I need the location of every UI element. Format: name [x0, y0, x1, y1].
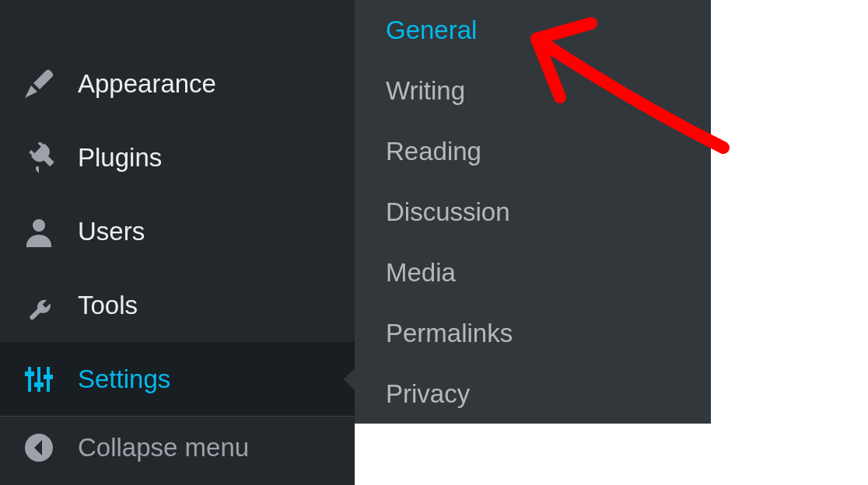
- sidebar-item-label: Settings: [78, 365, 170, 394]
- submenu-item-label: Privacy: [386, 379, 470, 409]
- svg-rect-6: [44, 375, 53, 379]
- sidebar-item-tools[interactable]: Tools: [0, 268, 355, 342]
- submenu-item-label: Discussion: [386, 197, 510, 227]
- sidebar-item-label: Tools: [78, 291, 138, 320]
- wrench-icon: [23, 290, 54, 321]
- svg-rect-1: [28, 367, 31, 392]
- svg-rect-5: [34, 382, 44, 387]
- sidebar-item-label: Plugins: [78, 143, 162, 173]
- submenu-item-media[interactable]: Media: [355, 242, 711, 303]
- collapse-menu-button[interactable]: Collapse menu: [0, 416, 355, 478]
- sidebar-item-settings[interactable]: Settings: [0, 342, 355, 416]
- svg-rect-2: [37, 367, 40, 392]
- submenu-item-privacy[interactable]: Privacy: [355, 364, 711, 424]
- settings-submenu: General Writing Reading Discussion Media…: [355, 0, 711, 424]
- collapse-icon: [23, 432, 54, 463]
- submenu-item-permalinks[interactable]: Permalinks: [355, 303, 711, 364]
- sidebar-item-plugins[interactable]: Plugins: [0, 120, 355, 194]
- submenu-item-writing[interactable]: Writing: [355, 61, 711, 121]
- submenu-item-label: Writing: [386, 76, 465, 106]
- sidebar-item-appearance[interactable]: Appearance: [0, 47, 355, 120]
- sidebar-item-label: Appearance: [78, 69, 216, 99]
- sidebar-item-label: Users: [78, 217, 145, 246]
- svg-rect-4: [25, 372, 34, 376]
- submenu-item-general[interactable]: General: [355, 0, 711, 61]
- sidebar-item-users[interactable]: Users: [0, 194, 355, 268]
- collapse-label: Collapse menu: [78, 433, 249, 462]
- submenu-item-label: Permalinks: [386, 319, 513, 348]
- admin-sidebar: Appearance Plugins Users Tools: [0, 0, 355, 485]
- brush-icon: [23, 68, 54, 99]
- submenu-item-label: Reading: [386, 137, 481, 166]
- submenu-item-label: General: [386, 16, 477, 45]
- sliders-icon: [23, 364, 54, 395]
- submenu-item-discussion[interactable]: Discussion: [355, 182, 711, 242]
- submenu-item-label: Media: [386, 258, 456, 288]
- submenu-item-reading[interactable]: Reading: [355, 121, 711, 182]
- user-icon: [23, 216, 54, 247]
- plug-icon: [23, 142, 54, 173]
- svg-point-0: [33, 219, 45, 232]
